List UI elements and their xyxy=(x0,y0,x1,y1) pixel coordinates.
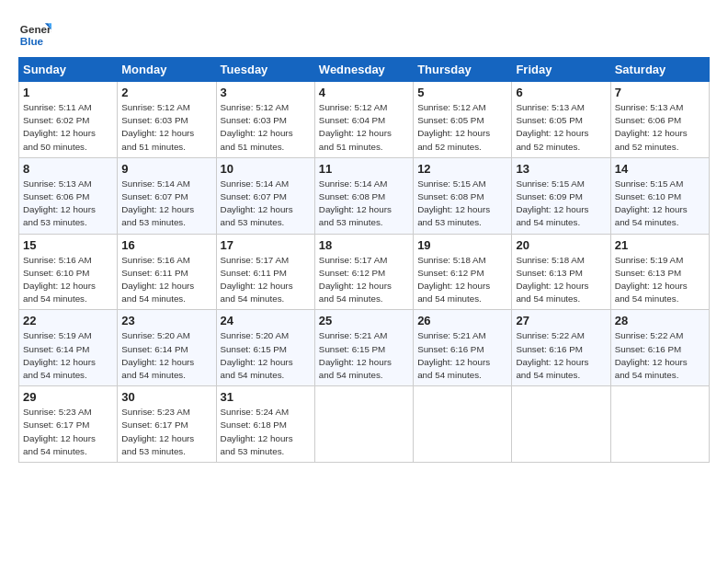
day-number: 15 xyxy=(23,238,113,252)
page: General Blue SundayMondayTuesdayWednesda… xyxy=(0,0,728,563)
calendar-cell: 4Sunrise: 5:12 AM Sunset: 6:04 PM Daylig… xyxy=(314,82,413,158)
calendar-cell: 17Sunrise: 5:17 AM Sunset: 6:11 PM Dayli… xyxy=(216,234,314,310)
calendar-cell: 29Sunrise: 5:23 AM Sunset: 6:17 PM Dayli… xyxy=(19,386,118,463)
day-info: Sunrise: 5:15 AM Sunset: 6:08 PM Dayligh… xyxy=(417,178,507,230)
day-number: 4 xyxy=(319,86,409,99)
day-number: 9 xyxy=(121,162,211,176)
day-number: 8 xyxy=(23,162,113,176)
header: General Blue xyxy=(18,17,710,50)
calendar-cell: 31Sunrise: 5:24 AM Sunset: 6:18 PM Dayli… xyxy=(216,386,314,463)
day-info: Sunrise: 5:18 AM Sunset: 6:12 PM Dayligh… xyxy=(417,254,507,306)
day-info: Sunrise: 5:12 AM Sunset: 6:04 PM Dayligh… xyxy=(319,101,409,154)
day-number: 30 xyxy=(121,390,211,404)
day-info: Sunrise: 5:21 AM Sunset: 6:16 PM Dayligh… xyxy=(417,329,507,382)
day-info: Sunrise: 5:15 AM Sunset: 6:10 PM Dayligh… xyxy=(615,178,705,230)
day-number: 19 xyxy=(417,238,507,252)
day-number: 5 xyxy=(417,86,507,99)
day-number: 25 xyxy=(319,314,409,327)
day-number: 18 xyxy=(319,238,409,252)
calendar-cell: 10Sunrise: 5:14 AM Sunset: 6:07 PM Dayli… xyxy=(216,157,314,234)
day-number: 27 xyxy=(516,314,606,327)
calendar-cell: 16Sunrise: 5:16 AM Sunset: 6:11 PM Dayli… xyxy=(118,234,216,310)
day-number: 31 xyxy=(221,390,311,404)
day-info: Sunrise: 5:22 AM Sunset: 6:16 PM Dayligh… xyxy=(516,329,606,382)
day-info: Sunrise: 5:22 AM Sunset: 6:16 PM Dayligh… xyxy=(615,329,705,382)
day-info: Sunrise: 5:24 AM Sunset: 6:18 PM Dayligh… xyxy=(221,406,311,458)
day-number: 3 xyxy=(221,86,311,99)
day-number: 21 xyxy=(615,238,705,252)
day-info: Sunrise: 5:13 AM Sunset: 6:06 PM Dayligh… xyxy=(615,101,705,154)
calendar-cell: 9Sunrise: 5:14 AM Sunset: 6:07 PM Daylig… xyxy=(118,157,216,234)
day-number: 12 xyxy=(417,162,507,176)
day-info: Sunrise: 5:19 AM Sunset: 6:14 PM Dayligh… xyxy=(23,329,113,382)
calendar-cell: 24Sunrise: 5:20 AM Sunset: 6:15 PM Dayli… xyxy=(216,310,314,386)
day-number: 20 xyxy=(516,238,606,252)
calendar-cell: 12Sunrise: 5:15 AM Sunset: 6:08 PM Dayli… xyxy=(414,157,512,234)
calendar-cell: 2Sunrise: 5:12 AM Sunset: 6:03 PM Daylig… xyxy=(118,82,216,158)
weekday-header-thursday: Thursday xyxy=(414,58,512,82)
calendar-table: SundayMondayTuesdayWednesdayThursdayFrid… xyxy=(18,57,710,463)
calendar-cell: 14Sunrise: 5:15 AM Sunset: 6:10 PM Dayli… xyxy=(610,157,709,234)
weekday-header-wednesday: Wednesday xyxy=(314,58,413,82)
day-number: 11 xyxy=(319,162,409,176)
day-info: Sunrise: 5:20 AM Sunset: 6:14 PM Dayligh… xyxy=(121,329,211,382)
day-info: Sunrise: 5:23 AM Sunset: 6:17 PM Dayligh… xyxy=(121,406,211,458)
week-row-3: 15Sunrise: 5:16 AM Sunset: 6:10 PM Dayli… xyxy=(19,234,710,310)
weekday-header-tuesday: Tuesday xyxy=(216,58,314,82)
day-info: Sunrise: 5:14 AM Sunset: 6:08 PM Dayligh… xyxy=(319,178,409,230)
calendar-cell: 30Sunrise: 5:23 AM Sunset: 6:17 PM Dayli… xyxy=(118,386,216,463)
day-info: Sunrise: 5:18 AM Sunset: 6:13 PM Dayligh… xyxy=(516,254,606,306)
day-number: 28 xyxy=(615,314,705,327)
day-number: 26 xyxy=(417,314,507,327)
day-info: Sunrise: 5:12 AM Sunset: 6:03 PM Dayligh… xyxy=(121,101,211,154)
day-number: 14 xyxy=(615,162,705,176)
day-info: Sunrise: 5:20 AM Sunset: 6:15 PM Dayligh… xyxy=(221,329,311,382)
day-info: Sunrise: 5:21 AM Sunset: 6:15 PM Dayligh… xyxy=(319,329,409,382)
day-number: 22 xyxy=(23,314,113,327)
calendar-cell: 19Sunrise: 5:18 AM Sunset: 6:12 PM Dayli… xyxy=(414,234,512,310)
calendar-cell: 21Sunrise: 5:19 AM Sunset: 6:13 PM Dayli… xyxy=(610,234,709,310)
day-info: Sunrise: 5:15 AM Sunset: 6:09 PM Dayligh… xyxy=(516,178,606,230)
weekday-header-monday: Monday xyxy=(118,58,216,82)
calendar-cell: 13Sunrise: 5:15 AM Sunset: 6:09 PM Dayli… xyxy=(512,157,610,234)
calendar-cell: 1Sunrise: 5:11 AM Sunset: 6:02 PM Daylig… xyxy=(19,82,118,158)
day-info: Sunrise: 5:13 AM Sunset: 6:05 PM Dayligh… xyxy=(516,101,606,154)
week-row-2: 8Sunrise: 5:13 AM Sunset: 6:06 PM Daylig… xyxy=(19,157,710,234)
day-number: 1 xyxy=(23,86,113,99)
calendar-cell: 28Sunrise: 5:22 AM Sunset: 6:16 PM Dayli… xyxy=(610,310,709,386)
calendar-cell: 8Sunrise: 5:13 AM Sunset: 6:06 PM Daylig… xyxy=(19,157,118,234)
calendar-cell: 23Sunrise: 5:20 AM Sunset: 6:14 PM Dayli… xyxy=(118,310,216,386)
weekday-header-friday: Friday xyxy=(512,58,610,82)
calendar-cell: 26Sunrise: 5:21 AM Sunset: 6:16 PM Dayli… xyxy=(414,310,512,386)
day-info: Sunrise: 5:12 AM Sunset: 6:03 PM Dayligh… xyxy=(221,101,311,154)
week-row-5: 29Sunrise: 5:23 AM Sunset: 6:17 PM Dayli… xyxy=(19,386,710,463)
day-number: 2 xyxy=(121,86,211,99)
day-number: 13 xyxy=(516,162,606,176)
calendar-cell xyxy=(414,386,512,463)
day-info: Sunrise: 5:14 AM Sunset: 6:07 PM Dayligh… xyxy=(221,178,311,230)
day-number: 16 xyxy=(121,238,211,252)
day-number: 17 xyxy=(221,238,311,252)
day-number: 6 xyxy=(516,86,606,99)
calendar-cell: 27Sunrise: 5:22 AM Sunset: 6:16 PM Dayli… xyxy=(512,310,610,386)
day-info: Sunrise: 5:17 AM Sunset: 6:11 PM Dayligh… xyxy=(221,254,311,306)
weekday-header-row: SundayMondayTuesdayWednesdayThursdayFrid… xyxy=(19,58,710,82)
day-info: Sunrise: 5:13 AM Sunset: 6:06 PM Dayligh… xyxy=(23,178,113,230)
weekday-header-sunday: Sunday xyxy=(19,58,118,82)
calendar-cell: 15Sunrise: 5:16 AM Sunset: 6:10 PM Dayli… xyxy=(19,234,118,310)
day-info: Sunrise: 5:17 AM Sunset: 6:12 PM Dayligh… xyxy=(319,254,409,306)
calendar-cell: 3Sunrise: 5:12 AM Sunset: 6:03 PM Daylig… xyxy=(216,82,314,158)
day-number: 29 xyxy=(23,390,113,404)
week-row-1: 1Sunrise: 5:11 AM Sunset: 6:02 PM Daylig… xyxy=(19,82,710,158)
day-info: Sunrise: 5:23 AM Sunset: 6:17 PM Dayligh… xyxy=(23,406,113,458)
calendar-cell xyxy=(512,386,610,463)
logo: General Blue xyxy=(18,17,57,50)
svg-text:Blue: Blue xyxy=(20,35,44,47)
logo-icon: General Blue xyxy=(18,17,51,50)
calendar-cell: 5Sunrise: 5:12 AM Sunset: 6:05 PM Daylig… xyxy=(414,82,512,158)
day-info: Sunrise: 5:11 AM Sunset: 6:02 PM Dayligh… xyxy=(23,101,113,154)
weekday-header-saturday: Saturday xyxy=(610,58,709,82)
calendar-cell xyxy=(610,386,709,463)
day-info: Sunrise: 5:14 AM Sunset: 6:07 PM Dayligh… xyxy=(121,178,211,230)
day-info: Sunrise: 5:16 AM Sunset: 6:10 PM Dayligh… xyxy=(23,254,113,306)
